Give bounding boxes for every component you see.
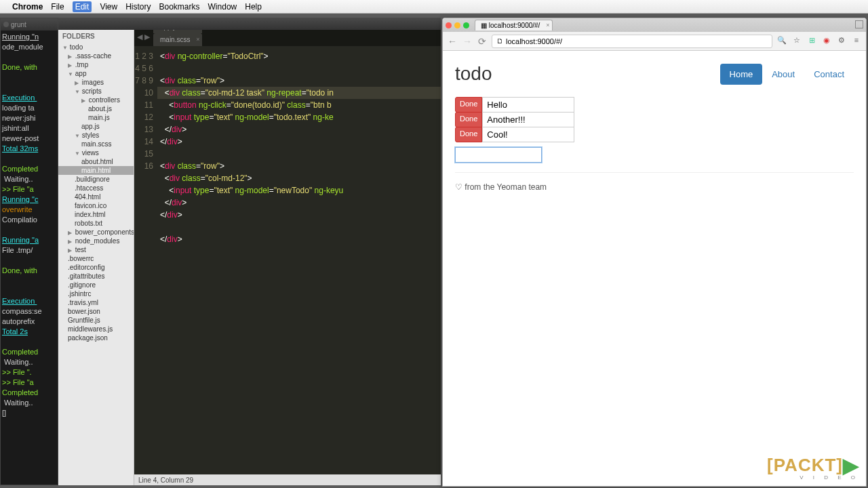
file-tree-item[interactable]: bower.json bbox=[58, 307, 134, 316]
file-tree-item[interactable]: ▶ .sass-cache bbox=[58, 52, 134, 60]
tab-favicon-icon: ▦ bbox=[481, 22, 489, 29]
done-button[interactable]: Done bbox=[455, 112, 482, 127]
extension-icon[interactable]: ◉ bbox=[821, 36, 832, 47]
file-tree-sidebar[interactable]: FOLDERS ▼ todo▶ .sass-cache▶ .tmp▼ app▶ … bbox=[58, 30, 134, 485]
nav-home[interactable]: Home bbox=[720, 64, 763, 85]
nav-contact[interactable]: Contact bbox=[804, 64, 854, 85]
file-tree-item[interactable]: main.html bbox=[58, 166, 134, 175]
divider bbox=[455, 172, 854, 173]
todo-text-input[interactable] bbox=[482, 127, 574, 142]
done-button[interactable]: Done bbox=[455, 97, 482, 113]
terminal-output: Running "n ode_module Done, with Executi… bbox=[1, 30, 58, 420]
menu-icon[interactable]: ≡ bbox=[851, 36, 862, 47]
forward-icon[interactable]: → bbox=[462, 36, 473, 47]
bookmark-icon[interactable]: ☆ bbox=[791, 36, 802, 47]
menu-edit[interactable]: Edit bbox=[73, 1, 92, 12]
minimize-icon[interactable] bbox=[454, 22, 460, 28]
file-tree-item[interactable]: .bowerrc bbox=[58, 254, 134, 263]
file-tree-item[interactable]: ▶ .tmp bbox=[58, 60, 134, 69]
editor-tab[interactable]: main.scss× bbox=[153, 33, 202, 46]
todo-row: Done bbox=[455, 97, 854, 113]
back-icon[interactable]: ← bbox=[447, 36, 458, 47]
file-tree-item[interactable]: Gruntfile.js bbox=[58, 316, 134, 325]
menu-history[interactable]: History bbox=[125, 2, 151, 12]
menu-help[interactable]: Help bbox=[245, 2, 262, 12]
tab-close-icon[interactable]: × bbox=[546, 22, 549, 28]
file-tree-item[interactable]: main.scss bbox=[58, 140, 134, 148]
file-tree-item[interactable]: 404.html bbox=[58, 192, 134, 201]
chrome-window[interactable]: ▦ localhost:9000/#/ × ← → ⟳ 🗋 localhost:… bbox=[442, 18, 867, 487]
file-tree-item[interactable]: ▼ styles bbox=[58, 131, 134, 140]
todo-text-input[interactable] bbox=[482, 112, 574, 127]
new-todo-input[interactable] bbox=[455, 147, 542, 163]
file-tree-item[interactable]: package.json bbox=[58, 333, 134, 342]
url-text: localhost:9000/#/ bbox=[506, 37, 562, 45]
line-gutter: 1 2 3 4 5 6 7 8 9 10 11 12 13 14 15 16 bbox=[134, 46, 157, 474]
page-icon: 🗋 bbox=[496, 37, 503, 45]
file-tree-item[interactable]: robots.txt bbox=[58, 219, 134, 228]
terminal-title: grunt bbox=[11, 21, 26, 28]
file-tree-item[interactable]: ▶ node_modules bbox=[58, 237, 134, 245]
editor-titlebar[interactable] bbox=[58, 18, 441, 30]
browser-tab[interactable]: ▦ localhost:9000/#/ × bbox=[475, 20, 553, 30]
packt-logo: [PACKT]▶ V I D E O bbox=[767, 453, 859, 481]
maximize-icon[interactable] bbox=[855, 20, 863, 28]
nav-about[interactable]: About bbox=[762, 64, 804, 85]
todo-row: Done bbox=[455, 112, 854, 127]
file-tree-item[interactable]: main.js bbox=[58, 113, 134, 122]
file-tree-item[interactable]: ▶ test bbox=[58, 245, 134, 254]
sublime-window[interactable]: FOLDERS ▼ todo▶ .sass-cache▶ .tmp▼ app▶ … bbox=[58, 18, 441, 485]
file-tree-item[interactable]: about.js bbox=[58, 104, 134, 113]
file-tree-item[interactable]: ▶ bower_components bbox=[58, 228, 134, 237]
file-tree-item[interactable]: ▶ images bbox=[58, 78, 134, 87]
menu-file[interactable]: File bbox=[51, 2, 64, 12]
file-tree-item[interactable]: favicon.ico bbox=[58, 201, 134, 210]
extension-icon[interactable]: ⊞ bbox=[806, 36, 817, 47]
chrome-toolbar: ← → ⟳ 🗋 localhost:9000/#/ 🔍 ☆ ⊞ ◉ ⚙ ≡ bbox=[443, 32, 866, 51]
todo-row: Done bbox=[455, 127, 854, 142]
file-tree-item[interactable]: index.html bbox=[58, 210, 134, 219]
menu-view[interactable]: View bbox=[100, 2, 117, 12]
file-tree-item[interactable]: .buildignore bbox=[58, 175, 134, 184]
file-tree-item[interactable]: ▶ controllers bbox=[58, 96, 134, 104]
file-tree-item[interactable]: .editorconfig bbox=[58, 263, 134, 272]
editor-tabs[interactable]: ◀ ▶ main.html×main.js×app.js×main.scss× bbox=[134, 30, 441, 46]
file-tree-item[interactable]: ▼ views bbox=[58, 148, 134, 157]
menu-window[interactable]: Window bbox=[208, 2, 237, 12]
code-editor[interactable]: 1 2 3 4 5 6 7 8 9 10 11 12 13 14 15 16 <… bbox=[134, 46, 441, 474]
tab-title: localhost:9000/#/ bbox=[489, 22, 540, 29]
file-tree-item[interactable]: ▼ app bbox=[58, 69, 134, 78]
app-name[interactable]: Chrome bbox=[12, 2, 43, 12]
file-tree-item[interactable]: .travis.yml bbox=[58, 298, 134, 307]
page-title: todo bbox=[455, 63, 492, 85]
todo-text-input[interactable] bbox=[482, 97, 574, 113]
desktop: grunt Running "n ode_module Done, with E… bbox=[0, 14, 868, 488]
done-button[interactable]: Done bbox=[455, 127, 482, 142]
close-icon[interactable] bbox=[446, 22, 452, 28]
menu-bookmarks[interactable]: Bookmarks bbox=[159, 2, 200, 12]
zoom-indicator-icon[interactable]: 🔍 bbox=[776, 36, 787, 47]
tab-nav-icon[interactable]: ◀ ▶ bbox=[137, 33, 150, 41]
chrome-tabstrip[interactable]: ▦ localhost:9000/#/ × bbox=[443, 18, 866, 32]
url-input[interactable]: 🗋 localhost:9000/#/ bbox=[492, 35, 772, 48]
file-tree-item[interactable]: app.js bbox=[58, 122, 134, 131]
file-tree-item[interactable]: .gitignore bbox=[58, 281, 134, 289]
reload-icon[interactable]: ⟳ bbox=[477, 36, 488, 47]
traffic-light-icon[interactable] bbox=[3, 22, 9, 27]
file-tree-item[interactable]: .gitattributes bbox=[58, 272, 134, 281]
terminal-titlebar[interactable]: grunt bbox=[1, 18, 58, 30]
terminal-window[interactable]: grunt Running "n ode_module Done, with E… bbox=[0, 18, 58, 485]
page-content: todo HomeAboutContact DoneDoneDone ♡ fro… bbox=[443, 51, 866, 486]
file-tree-item[interactable]: .htaccess bbox=[58, 184, 134, 192]
file-tree-item[interactable]: about.html bbox=[58, 157, 134, 166]
code-content[interactable]: <div ng-controller="TodoCtrl"> <div clas… bbox=[157, 46, 441, 474]
file-tree-item[interactable]: ▼ todo bbox=[58, 43, 134, 52]
todo-list: DoneDoneDone bbox=[455, 97, 854, 142]
file-tree-item[interactable]: middlewares.js bbox=[58, 325, 134, 333]
file-tree-item[interactable]: ▼ scripts bbox=[58, 87, 134, 96]
file-tree-item[interactable]: .jshintrc bbox=[58, 289, 134, 298]
settings-icon[interactable]: ⚙ bbox=[836, 36, 847, 47]
heart-icon: ♡ bbox=[455, 182, 465, 192]
tab-close-icon[interactable]: × bbox=[196, 36, 199, 43]
zoom-icon[interactable] bbox=[463, 22, 469, 28]
